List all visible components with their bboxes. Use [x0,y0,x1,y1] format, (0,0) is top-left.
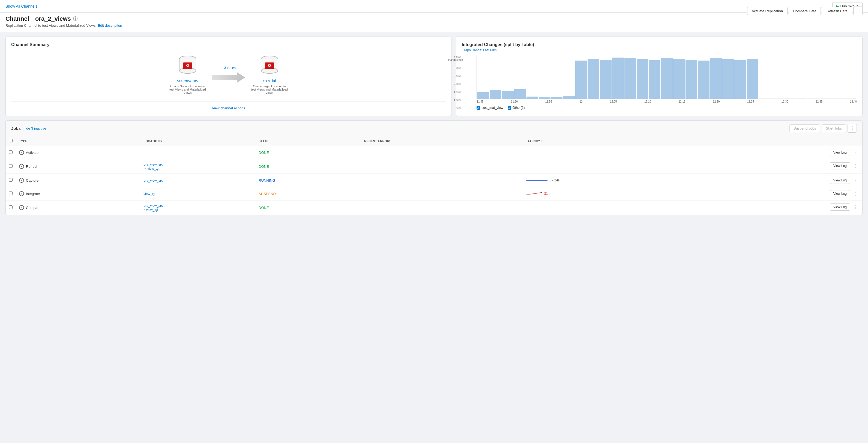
suspend-jobs-button[interactable]: Suspend Jobs [789,124,820,132]
integrated-changes-title: Integrated Changes (split by Table) [462,42,857,47]
job-type-label: Integrate [26,192,40,196]
target-db-label[interactable]: view_tgt [263,78,276,83]
channel-summary-title: Channel Summary [11,42,446,47]
chart-bar [624,58,636,99]
row-actions-cell: View Log⋮ [703,159,862,172]
chart-bar [588,59,599,99]
row-more-button[interactable]: ⋮ [851,177,859,184]
graph-range[interactable]: Graph Range: Last 60m [462,48,857,52]
location-src-link[interactable]: ora_view_src [144,204,163,208]
job-type-icon: + [19,178,24,183]
chart-bar [685,60,697,99]
show-all-channels-link[interactable]: Show All Channels [5,4,37,8]
legend-label-cust: cust_mat_view [482,106,503,110]
target-db-desc: Oracle target Location to test Views and… [250,85,289,94]
chart-bar [661,58,673,99]
flow-arrow-svg [212,72,245,83]
legend-label-other: Other(1) [513,106,525,110]
tables-badge[interactable]: ⊞3 tables [221,66,236,70]
chart-bar [796,98,807,99]
activate-replication-button[interactable]: Activate Replication [747,7,787,15]
channel-summary-panel: Channel Summary O ora_view_src [5,37,452,116]
chart-legend: cust_mat_view Other(1) [476,106,857,110]
legend-item-cust[interactable]: cust_mat_view [476,106,503,110]
target-db-node: O view_tgt Oracle target Location to tes… [250,54,289,94]
row-type-cell: +Activate [16,146,140,159]
row-checkbox[interactable] [9,205,12,209]
source-db-node: O ora_view_src Oracle Source Location to… [168,54,207,94]
compare-data-button[interactable]: Compare Data [788,7,821,15]
job-type-label: Compare [26,206,40,210]
chart-bar [734,60,746,99]
legend-item-other[interactable]: Other(1) [508,106,525,110]
col-recent-errors[interactable]: RECENT ERRORS [361,136,522,146]
page-title: Channel ora_2_views ⓘ [5,15,122,22]
channel-name: ora_2_views [35,15,71,22]
location-tgt-link[interactable]: view_tgt [144,192,155,196]
row-actions-cell: View Log⋮ [703,174,862,187]
source-db-label[interactable]: ora_view_src [177,78,198,83]
chart-x-labels: 11:45 11:50 11:55 12 12:05 12:10 12:15 1… [476,100,857,103]
chart-bar [526,97,538,99]
row-more-button[interactable]: ⋮ [851,204,859,210]
location-src-link[interactable]: ora_view_src [144,163,163,166]
row-actions-cell: View Log⋮ [703,146,862,159]
location-src-link[interactable]: ora_view_src [144,179,163,183]
row-more-button[interactable]: ⋮ [851,163,859,169]
action-buttons: Activate Replication Compare Data Refres… [747,6,863,15]
col-type: TYPE [16,136,140,146]
view-log-button[interactable]: View Log [830,162,850,169]
top-nav: Show All Channels ▶ Hub myhub [0,0,868,12]
chart-bar [771,98,783,99]
chart-bar [747,59,758,99]
jobs-table: TYPE LOCATIONS STATE RECENT ERRORS LATEN… [6,136,862,215]
view-log-button[interactable]: View Log [830,203,850,211]
chart-bar [600,60,612,99]
chart-bar [539,97,551,99]
help-icon[interactable]: ⓘ [73,16,78,22]
row-type-cell: +Integrate [16,187,140,200]
summary-flow: O ora_view_src Oracle Source Location to… [11,52,446,97]
chart-bars [477,55,857,99]
edit-description-link[interactable]: Edit description [98,24,122,28]
row-errors-cell [361,159,522,174]
table-row: +Compareora_view_src≈ view_tgtDONEView L… [6,200,862,215]
row-locations-cell [140,146,255,159]
job-state-badge: DONE [258,164,269,168]
select-all-checkbox[interactable] [9,139,12,143]
row-checkbox[interactable] [9,191,12,195]
refresh-data-button[interactable]: Refresh Data [822,7,852,15]
view-log-button[interactable]: View Log [830,149,850,156]
chart-bar [563,96,575,99]
chart-wrapper: 3 500 changes/min 3 000 2 500 2 000 1 50… [462,55,857,110]
chart-bar [844,98,856,99]
col-latency[interactable]: LATENCY [522,136,703,146]
row-errors-cell [361,146,522,159]
hide-inactive-link[interactable]: hide 3 inactive [24,126,46,130]
view-log-button[interactable]: View Log [830,177,850,184]
row-errors-cell [361,174,522,187]
view-channel-actions-link[interactable]: View channel actions [11,106,446,110]
legend-checkbox-other[interactable] [508,106,511,110]
toolbar-more-button[interactable]: ⋮ [853,6,863,15]
job-state-badge: RUNNING [258,179,275,183]
view-log-button[interactable]: View Log [830,190,850,197]
chart-bar [722,59,734,99]
legend-checkbox-cust[interactable] [476,106,480,110]
chart-bar [832,98,844,99]
svg-text:O: O [268,63,271,68]
col-select-all[interactable] [6,136,16,146]
jobs-more-button[interactable]: ⋮ [847,124,857,133]
chart-bar [575,61,587,99]
row-more-button[interactable]: ⋮ [851,191,859,197]
start-jobs-button[interactable]: Start Jobs [822,124,846,132]
location-tgt-link[interactable]: view_tgt [146,208,158,212]
row-checkbox[interactable] [9,150,12,154]
location-tgt-link[interactable]: view_tgt [147,167,159,170]
row-checkbox[interactable] [9,178,12,182]
row-checkbox[interactable] [9,164,12,168]
jobs-title: Jobs hide 3 inactive [11,126,46,131]
table-row: +ActivateDONEView Log⋮ [6,146,862,159]
row-more-button[interactable]: ⋮ [851,150,859,156]
chart-bar [759,98,771,99]
